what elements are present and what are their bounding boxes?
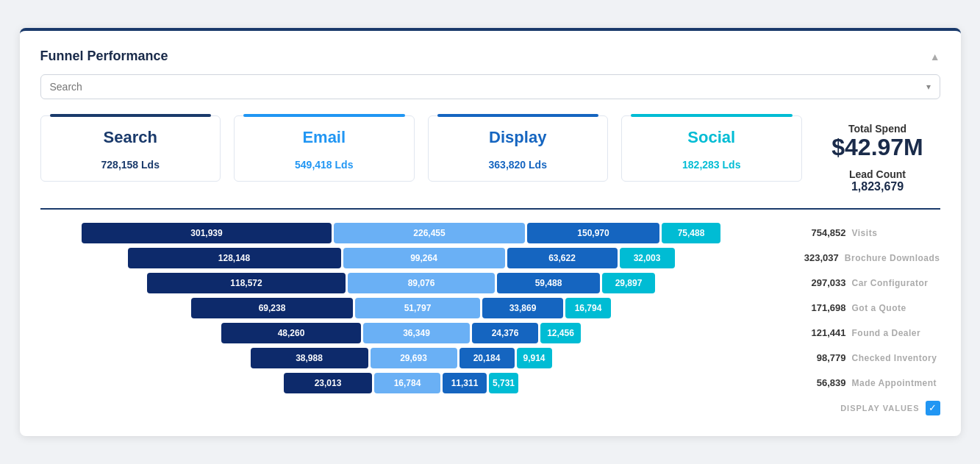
funnel-bar[interactable]: 29,693 [371, 348, 457, 368]
label-count: 171,698 [812, 302, 846, 313]
funnel-bar[interactable]: 99,264 [343, 248, 505, 268]
total-spend-box: Total Spend $42.97M Lead Count 1,823,679 [815, 115, 940, 193]
label-text: Checked Inventory [852, 353, 940, 363]
funnel-bar[interactable]: 5,731 [489, 373, 518, 393]
label-row: 171,698Got a Quote [771, 298, 940, 318]
funnel-bar[interactable]: 38,988 [251, 348, 368, 368]
funnel-bar[interactable]: 226,455 [334, 223, 525, 243]
label-text: Made Appointment [852, 378, 940, 388]
label-text: Visits [852, 228, 940, 238]
funnel-bar[interactable]: 24,376 [472, 323, 538, 343]
funnel-bar[interactable]: 32,003 [620, 248, 675, 268]
label-row: 121,441Found a Dealer [771, 323, 940, 343]
lead-count-value: 1,823,679 [815, 180, 940, 193]
label-row: 56,839Made Appointment [771, 373, 940, 393]
search-bar[interactable]: ▾ [40, 74, 940, 99]
funnel-bar[interactable]: 75,488 [662, 223, 720, 243]
funnel-bar[interactable]: 118,572 [147, 273, 346, 293]
funnel-bar[interactable]: 51,797 [355, 298, 480, 318]
label-row: 754,852Visits [771, 223, 940, 243]
funnel-bar[interactable]: 20,184 [459, 348, 515, 368]
channel-leads-email: 549,418 Lds [243, 159, 405, 171]
funnel-bar[interactable]: 128,148 [128, 248, 341, 268]
funnel-bar[interactable]: 16,784 [374, 373, 440, 393]
channel-name-display: Display [437, 128, 599, 147]
page-title: Funnel Performance [40, 49, 168, 64]
label-count: 754,852 [812, 227, 846, 238]
label-text: Got a Quote [852, 303, 940, 313]
dropdown-icon[interactable]: ▾ [926, 82, 931, 92]
channels-row: Search 728,158 Lds Email 549,418 Lds Dis… [40, 115, 940, 193]
divider [40, 208, 940, 210]
check-mark: ✓ [929, 402, 937, 413]
label-count: 98,779 [817, 352, 846, 363]
channel-name-social: Social [631, 128, 793, 147]
channel-social[interactable]: Social 182,283 Lds [621, 115, 802, 182]
label-row: 98,779Checked Inventory [771, 348, 940, 368]
funnel-bar[interactable]: 89,076 [348, 273, 495, 293]
header-row: Funnel Performance ▲ [40, 49, 940, 64]
channel-search[interactable]: Search 728,158 Lds [40, 115, 221, 182]
funnel-bar[interactable]: 11,311 [443, 373, 487, 393]
channel-name-email: Email [243, 128, 405, 147]
bar-row: 38,98829,69320,1849,914 [40, 348, 762, 368]
label-row: 297,033Car Configurator [771, 273, 940, 293]
funnel-bar[interactable]: 63,622 [507, 248, 618, 268]
funnel-bar[interactable]: 301,939 [82, 223, 332, 243]
channel-leads-search: 728,158 Lds [50, 159, 212, 171]
funnel-bars: 301,939226,455150,97075,488128,14899,264… [40, 223, 771, 393]
funnel-bar[interactable]: 9,914 [517, 348, 552, 368]
funnel-section: 301,939226,455150,97075,488128,14899,264… [40, 223, 940, 393]
funnel-performance-card: Funnel Performance ▲ ▾ Search 728,158 Ld… [20, 28, 961, 435]
bar-row: 23,01316,78411,3115,731 [40, 373, 762, 393]
funnel-bar[interactable]: 36,349 [363, 323, 470, 343]
funnel-bar[interactable]: 69,238 [191, 298, 353, 318]
label-text: Brochure Downloads [845, 253, 940, 263]
bar-row: 301,939226,455150,97075,488 [40, 223, 762, 243]
bar-row: 69,23851,79733,86916,794 [40, 298, 762, 318]
bar-row: 48,26036,34924,37612,456 [40, 323, 762, 343]
display-values-row: DISPLAY VALUES ✓ [40, 401, 940, 415]
display-values-label: DISPLAY VALUES [840, 404, 919, 413]
display-values-checkbox[interactable]: ✓ [926, 401, 940, 415]
funnel-bar[interactable]: 12,456 [540, 323, 581, 343]
funnel-bar[interactable]: 23,013 [284, 373, 372, 393]
label-row: 323,037Brochure Downloads [771, 248, 940, 268]
funnel-bar[interactable]: 59,488 [497, 273, 600, 293]
label-count: 121,441 [812, 327, 846, 338]
channel-leads-display: 363,820 Lds [437, 159, 599, 171]
label-count: 297,033 [812, 277, 846, 288]
label-text: Found a Dealer [852, 328, 940, 338]
funnel-bar[interactable]: 16,794 [565, 298, 611, 318]
funnel-bar[interactable]: 150,970 [527, 223, 659, 243]
funnel-labels: 754,852Visits323,037Brochure Downloads29… [771, 223, 940, 393]
search-input[interactable] [50, 81, 926, 93]
label-count: 323,037 [804, 252, 839, 263]
funnel-bar[interactable]: 29,897 [602, 273, 655, 293]
lead-count-label: Lead Count [815, 168, 940, 180]
label-count: 56,839 [817, 377, 846, 388]
collapse-icon[interactable]: ▲ [930, 51, 940, 63]
label-text: Car Configurator [852, 278, 940, 288]
channel-email[interactable]: Email 549,418 Lds [234, 115, 415, 182]
funnel-bar[interactable]: 33,869 [482, 298, 563, 318]
channel-leads-social: 182,283 Lds [631, 159, 793, 171]
funnel-bar[interactable]: 48,260 [221, 323, 361, 343]
bar-row: 128,14899,26463,62232,003 [40, 248, 762, 268]
bar-row: 118,57289,07659,48829,897 [40, 273, 762, 293]
total-spend-label: Total Spend [815, 123, 940, 135]
total-spend-value: $42.97M [815, 135, 940, 160]
channel-name-search: Search [50, 128, 212, 147]
channel-display[interactable]: Display 363,820 Lds [428, 115, 609, 182]
